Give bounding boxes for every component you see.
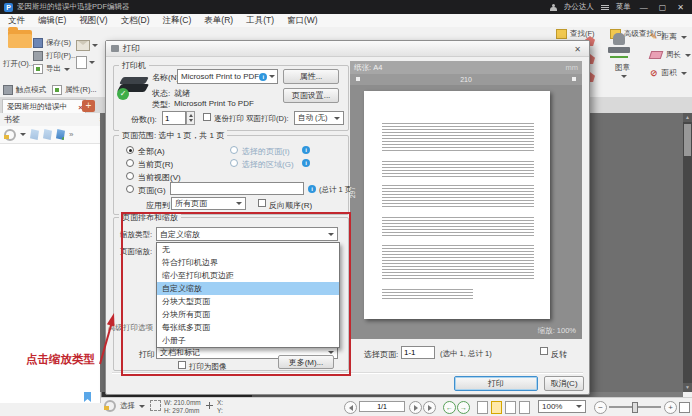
select-tool-button[interactable]: 选择 — [104, 400, 145, 412]
range-selected-pages-label: 选择的页面(I) — [242, 146, 290, 157]
document-tab[interactable]: 爱因斯坦的错误中 × — [2, 99, 86, 114]
copies-input[interactable] — [162, 111, 186, 125]
next-page-button[interactable] — [409, 401, 422, 414]
dropdown-option-multiple-per-sheet[interactable]: 每张纸多页面 — [157, 321, 339, 334]
previous-view-button[interactable]: ← — [443, 401, 456, 414]
open-folder-icon[interactable] — [8, 30, 32, 48]
range-all-radio[interactable] — [126, 146, 134, 154]
fit-page-button[interactable] — [679, 402, 690, 413]
dropdown-option-shrink-margins[interactable]: 缩小至打印机页边距 — [157, 269, 339, 282]
printer-type-value: Microsoft Print To PDF — [174, 99, 254, 108]
duplex-select[interactable]: 自动 (无) — [294, 111, 344, 125]
range-pages-radio[interactable] — [126, 185, 134, 193]
collate-checkbox[interactable] — [203, 113, 211, 121]
bookmark-icon[interactable] — [30, 129, 39, 140]
area-tool[interactable]: ⊘ 面积 — [650, 68, 687, 78]
properties-button[interactable]: 属性(R)... — [52, 85, 97, 95]
page-number-input[interactable] — [359, 401, 405, 412]
preview-height-tick: 297 — [350, 187, 356, 199]
more-options-button[interactable]: 更多(M)... — [278, 355, 334, 369]
menu-edit[interactable]: 编辑(E) — [38, 15, 66, 27]
touch-mode-button[interactable]: 触点模式 — [3, 85, 46, 95]
next-view-button[interactable]: → — [457, 401, 470, 414]
print-confirm-button[interactable]: 打印 — [454, 376, 538, 391]
page-width-value: W: 210.0mm — [164, 399, 201, 407]
chevron-down-icon — [328, 351, 334, 354]
range-current-view-radio[interactable] — [126, 172, 134, 180]
menu-comment[interactable]: 注释(C) — [163, 15, 192, 27]
zoom-in-button[interactable]: + — [664, 401, 677, 414]
mail-button[interactable] — [76, 40, 98, 51]
apply-to-select[interactable]: 所有页面 — [171, 197, 246, 210]
print-button[interactable]: 打印(P)... — [33, 51, 77, 61]
print-preview-pane: 纸张: A4 mm 210 297 缩放: 100% — [350, 61, 582, 339]
single-page-view-icon[interactable] — [477, 401, 488, 414]
menu-file[interactable]: 文件 — [8, 15, 25, 27]
menu-window[interactable]: 窗口(W) — [287, 15, 318, 27]
continuous-view-icon[interactable] — [505, 401, 516, 414]
dropdown-option-none[interactable]: 无 — [157, 243, 339, 256]
menu-tools[interactable]: 工具(T) — [246, 15, 274, 27]
perimeter-tool[interactable]: 周长 — [650, 50, 691, 60]
menu-view[interactable]: 视图(V) — [79, 15, 107, 27]
print-dialog-titlebar[interactable]: 打印 — [106, 41, 589, 57]
dropdown-option-tile-all[interactable]: 分块所有页面 — [157, 308, 339, 321]
print-dialog-close-icon[interactable]: ✕ — [570, 43, 585, 57]
vertical-scrollbar[interactable]: ▲ ▼ — [683, 113, 692, 392]
zoom-level-select[interactable]: 100% — [538, 400, 586, 413]
dropdown-option-custom-zoom[interactable]: 自定义缩放 — [157, 282, 339, 295]
ruler-handle[interactable] — [356, 77, 360, 81]
facing-view-icon[interactable] — [519, 401, 530, 414]
page-tools-button[interactable] — [76, 56, 95, 69]
range-current-page-radio[interactable] — [126, 159, 134, 167]
zoom-out-button[interactable]: − — [594, 401, 607, 414]
reverse-order-checkbox[interactable] — [258, 199, 266, 207]
minimize-button[interactable]: — — [638, 3, 650, 12]
dropdown-option-tile-large[interactable]: 分块大型页面 — [157, 295, 339, 308]
maximize-button[interactable]: ▢ — [657, 3, 669, 12]
account-label[interactable]: 办公达人 — [564, 2, 594, 12]
dropdown-option-fit-printer[interactable]: 符合打印机边界 — [157, 256, 339, 269]
print-as-image-checkbox[interactable] — [178, 361, 186, 369]
menu-form[interactable]: 表单(R) — [204, 15, 233, 27]
cancel-button[interactable]: 取消(C) — [544, 376, 584, 391]
ruler-handle[interactable] — [572, 77, 576, 81]
last-page-button[interactable] — [423, 401, 436, 414]
app-logo-icon: P — [4, 3, 13, 12]
stamp-icon[interactable] — [608, 33, 630, 59]
first-page-button[interactable] — [344, 401, 357, 414]
save-button[interactable]: 保存(S) — [33, 38, 71, 48]
stamp-button[interactable]: 图章 — [615, 63, 630, 73]
print-as-image-label: 打印为图像 — [189, 362, 227, 372]
chevron-more-icon[interactable]: » — [69, 130, 73, 139]
invert-checkbox[interactable] — [540, 347, 548, 355]
preview-header: 纸张: A4 mm — [350, 61, 582, 74]
distance-tool[interactable]: ✎ 距离 — [650, 32, 687, 42]
copies-stepper[interactable] — [186, 111, 195, 125]
fit-width-view-icon[interactable] — [491, 401, 502, 414]
scrollbar-thumb[interactable] — [684, 124, 691, 156]
printer-name-select[interactable]: Microsoft Print to PDF i — [177, 69, 278, 84]
printer-properties-button[interactable]: 属性... — [283, 69, 339, 84]
menu-label[interactable]: 菜单 — [616, 2, 631, 12]
zoom-slider-thumb[interactable] — [632, 402, 638, 413]
page-dimensions: W: 210.0mm H: 297.0mm — [164, 399, 201, 415]
menu-document[interactable]: 文档(D) — [121, 15, 150, 27]
gear-icon[interactable] — [4, 129, 16, 141]
export-button[interactable]: 导出 — [33, 64, 70, 74]
dropdown-option-booklet[interactable]: 小册子 — [157, 334, 339, 347]
pages-input[interactable] — [170, 182, 304, 195]
open-button[interactable]: 打开(O)... — [3, 59, 35, 69]
chevron-down-icon — [89, 61, 95, 64]
zoom-type-select[interactable]: 自定义缩放 — [156, 227, 338, 241]
range-selected-pages-radio[interactable] — [230, 146, 238, 154]
add-bookmark-icon[interactable] — [56, 129, 65, 140]
scroll-up-icon[interactable]: ▲ — [683, 113, 692, 122]
close-button[interactable]: ✕ — [675, 3, 686, 12]
page-setup-button[interactable]: 页面设置... — [283, 88, 339, 103]
select-pages-input[interactable] — [401, 346, 435, 359]
bookmark-icon[interactable] — [43, 129, 52, 140]
scroll-down-icon[interactable]: ▼ — [683, 383, 692, 392]
new-tab-button[interactable]: + — [82, 100, 95, 112]
range-selected-area-radio[interactable] — [230, 159, 238, 167]
